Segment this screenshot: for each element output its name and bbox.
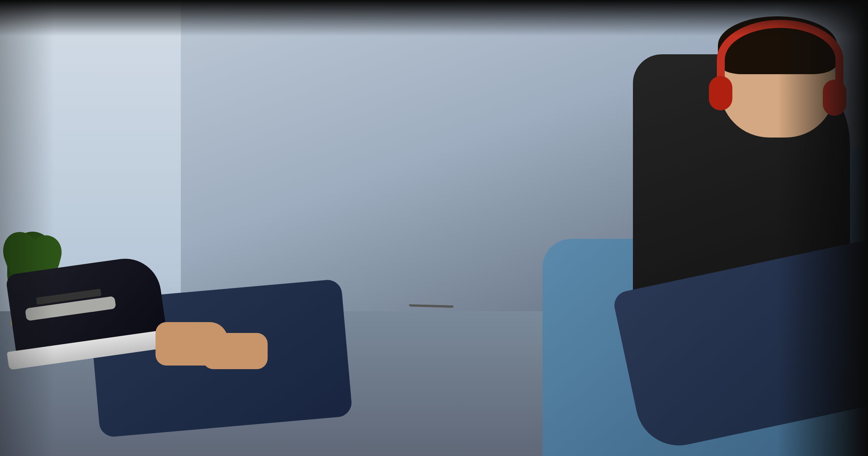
left-vignette [0, 0, 54, 456]
right-vignette [778, 0, 868, 456]
top-vignette [0, 0, 868, 36]
scene: 15 My Google Activity The activity you k… [0, 0, 868, 456]
headphone-cup-left [709, 76, 732, 110]
person-hand-left [203, 333, 268, 369]
